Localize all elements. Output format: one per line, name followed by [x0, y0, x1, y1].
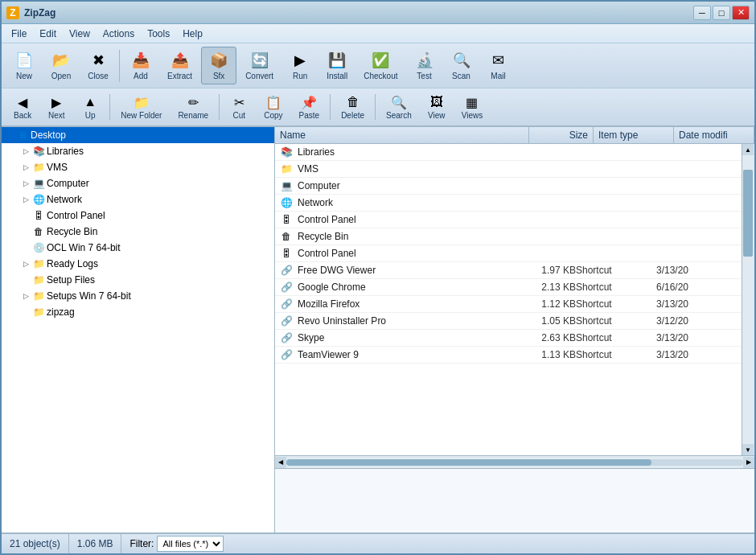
right-panel: Name Size Item type Date modifi 📚 Librar…	[275, 127, 754, 532]
col-header-type[interactable]: Item type	[594, 127, 674, 143]
view-icon: 🖼	[429, 94, 445, 110]
expand-libraries[interactable]: ▷	[21, 146, 31, 156]
tool2-back[interactable]: ◀ Back	[6, 91, 39, 123]
tree-panel: 🖥 Desktop ▷ 📚 Libraries ▷ 📁 VMS ▷ 💻 Comp…	[2, 127, 275, 532]
tool2-view[interactable]: 🖼 View	[421, 91, 453, 123]
table-row[interactable]: 🌐 Network	[275, 195, 742, 212]
expand-vms[interactable]: ▷	[21, 162, 31, 172]
row-size: 1.12 KB	[512, 298, 576, 310]
table-row[interactable]: 🔗 Skype 2.63 KB Shortcut 3/13/20	[275, 330, 742, 347]
table-row[interactable]: 🔗 Free DWG Viewer 1.97 KB Shortcut 3/13/…	[275, 262, 742, 279]
tree-item-recyclebin[interactable]: 🗑 Recycle Bin	[2, 224, 274, 240]
expand-setupswin[interactable]: ▷	[21, 291, 31, 301]
menu-edit[interactable]: Edit	[33, 27, 63, 41]
table-row[interactable]: 🔗 TeamViewer 9 1.13 KB Shortcut 3/13/20	[275, 347, 742, 364]
scroll-up-button[interactable]: ▲	[742, 144, 754, 155]
tree-item-zipzag[interactable]: 📁 zipzag	[2, 304, 274, 320]
tree-item-vms[interactable]: ▷ 📁 VMS	[2, 159, 274, 175]
tool2-newfolder[interactable]: 📁 New Folder	[113, 91, 169, 123]
tool2-delete[interactable]: 🗑 Delete	[334, 91, 372, 123]
tool2-search[interactable]: 🔍 Search	[379, 91, 419, 123]
paste-label: Paste	[299, 111, 320, 120]
open-label: Open	[51, 72, 71, 80]
table-row[interactable]: 🔗 Mozilla Firefox 1.12 KB Shortcut 3/13/…	[275, 296, 742, 313]
tree-item-network[interactable]: ▷ 🌐 Network	[2, 191, 274, 208]
row-name: VMS	[298, 163, 512, 175]
col-header-date[interactable]: Date modifi	[674, 127, 754, 143]
scroll-thumb[interactable]	[743, 170, 753, 257]
menu-help[interactable]: Help	[176, 27, 209, 41]
table-row[interactable]: 💻 Computer	[275, 178, 742, 195]
tool-sfx[interactable]: 📦 Sfx	[201, 47, 236, 84]
tool2-copy[interactable]: 📋 Copy	[257, 91, 290, 123]
table-row[interactable]: 🎛 Control Panel	[275, 245, 742, 262]
h-scroll-thumb[interactable]	[286, 459, 651, 466]
cut-icon: ✂	[231, 94, 247, 110]
tool-run[interactable]: ▶ Run	[282, 47, 318, 84]
table-row[interactable]: 🔗 Revo Uninstaller Pro 1.05 KB Shortcut …	[275, 313, 742, 330]
sfx-label: Sfx	[213, 72, 224, 80]
table-row[interactable]: 🎛 Control Panel	[275, 212, 742, 228]
tool2-up[interactable]: ▲ Up	[74, 91, 106, 123]
readylogs-icon: 📁	[32, 257, 45, 270]
table-row[interactable]: 📚 Libraries	[275, 144, 742, 161]
tree-item-setupswin[interactable]: ▷ 📁 Setups Win 7 64-bit	[2, 288, 274, 304]
tool2-next[interactable]: ▶ Next	[40, 91, 72, 123]
menu-actions[interactable]: Actions	[97, 27, 141, 41]
tool-install[interactable]: 💾 Install	[319, 47, 355, 84]
toolbar2: ◀ Back ▶ Next ▲ Up 📁 New Folder ✏ Rename…	[2, 88, 754, 127]
row-name: Skype	[298, 332, 512, 343]
tool-extract[interactable]: 📤 Extract	[160, 47, 199, 84]
tree-item-desktop[interactable]: 🖥 Desktop	[2, 127, 274, 143]
scroll-down-button[interactable]: ▼	[742, 444, 754, 455]
app-icon: Z	[6, 6, 19, 19]
tool2-rename[interactable]: ✏ Rename	[171, 91, 216, 123]
menu-view[interactable]: View	[63, 27, 97, 41]
tool-close[interactable]: ✖ Close	[80, 47, 116, 84]
expand-network[interactable]: ▷	[21, 195, 31, 204]
copy-label: Copy	[264, 111, 282, 120]
ocl-icon: 💿	[32, 241, 45, 254]
up-icon: ▲	[82, 94, 98, 110]
menu-file[interactable]: File	[5, 27, 33, 41]
tool2-cut[interactable]: ✂ Cut	[223, 91, 255, 123]
maximize-button[interactable]: □	[713, 6, 730, 20]
horizontal-scrollbar[interactable]: ◀ ▶	[275, 455, 754, 468]
tree-item-ocl[interactable]: 💿 OCL Win 7 64-bit	[2, 240, 274, 256]
tool-open[interactable]: 📂 Open	[43, 47, 79, 84]
tool-test[interactable]: 🔬 Test	[407, 47, 442, 84]
scroll-left-button[interactable]: ◀	[275, 457, 286, 468]
expand-computer[interactable]: ▷	[21, 179, 31, 188]
scroll-right-button[interactable]: ▶	[743, 457, 754, 468]
tool-new[interactable]: 📄 New	[6, 47, 42, 84]
tool-add[interactable]: 📥 Add	[123, 47, 158, 84]
tool2-paste[interactable]: 📌 Paste	[292, 91, 327, 123]
tree-item-controlpanel[interactable]: 🎛 Control Panel	[2, 208, 274, 224]
table-row[interactable]: 🔗 Google Chrome 2.13 KB Shortcut 6/16/20	[275, 279, 742, 296]
row-name: Google Chrome	[298, 282, 512, 293]
main-window: Z ZipZag ─ □ ✕ File Edit View Actions To…	[0, 0, 756, 555]
tree-item-libraries[interactable]: ▷ 📚 Libraries	[2, 143, 274, 159]
vertical-scrollbar[interactable]: ▲ ▼	[742, 144, 754, 455]
table-row[interactable]: 🗑 Recycle Bin	[275, 228, 742, 245]
tool-convert[interactable]: 🔄 Convert	[238, 47, 281, 84]
filter-select[interactable]: All files (*.*)	[157, 536, 224, 552]
menu-tools[interactable]: Tools	[141, 27, 176, 41]
tool2-views[interactable]: ▦ Views	[454, 91, 491, 123]
tree-item-computer[interactable]: ▷ 💻 Computer	[2, 175, 274, 191]
tree-item-setupfiles[interactable]: 📁 Setup Files	[2, 272, 274, 288]
tool-mail[interactable]: ✉ Mail	[481, 47, 516, 84]
tree-item-readylogs[interactable]: ▷ 📁 Ready Logs	[2, 256, 274, 272]
expand-readylogs[interactable]: ▷	[21, 259, 31, 269]
tool-scan[interactable]: 🔍 Scan	[444, 47, 479, 84]
tool-checkout[interactable]: ✅ Checkout	[356, 47, 405, 84]
row-icon: 🎛	[280, 247, 293, 260]
minimize-button[interactable]: ─	[693, 6, 711, 20]
col-header-size[interactable]: Size	[529, 127, 594, 143]
close-button[interactable]: ✕	[732, 6, 750, 20]
setupswin-icon: 📁	[32, 290, 45, 302]
col-header-name[interactable]: Name	[275, 127, 529, 143]
table-row[interactable]: 📁 VMS	[275, 161, 742, 178]
row-icon: 🔗	[280, 314, 293, 327]
row-icon: 🌐	[280, 196, 293, 209]
